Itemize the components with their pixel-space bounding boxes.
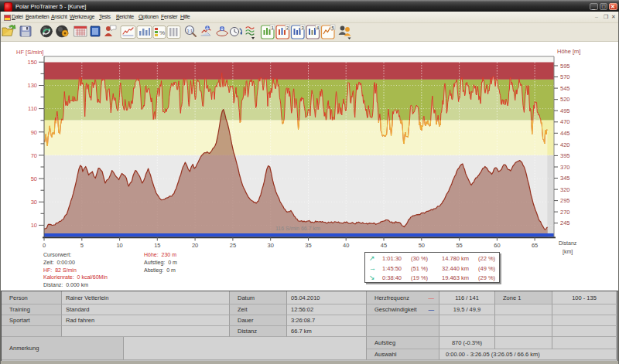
svg-text:270: 270 [560, 209, 570, 216]
svg-text:10: 10 [31, 222, 37, 229]
svg-text:595: 595 [560, 63, 570, 70]
svg-text:25: 25 [230, 242, 236, 249]
svg-text:420: 420 [560, 141, 570, 148]
svg-text:370: 370 [560, 164, 570, 171]
svg-text:55: 55 [456, 242, 462, 249]
svg-text:110: 110 [28, 105, 37, 112]
svg-text:%: % [159, 29, 165, 36]
svg-text:470: 470 [560, 118, 570, 125]
svg-text:130: 130 [27, 82, 37, 89]
svg-text:50: 50 [31, 175, 37, 182]
svg-text:395: 395 [560, 152, 570, 159]
svg-text:15: 15 [154, 242, 160, 249]
svg-text:[km]: [km] [563, 249, 573, 255]
svg-text:295: 295 [560, 197, 570, 204]
svg-text:40: 40 [343, 242, 349, 249]
svg-text:30: 30 [268, 242, 274, 249]
svg-text:0: 0 [43, 242, 46, 249]
svg-text:70: 70 [31, 152, 37, 159]
svg-text:30: 30 [31, 199, 37, 206]
svg-text:320: 320 [560, 186, 570, 193]
svg-text:245: 245 [560, 219, 570, 226]
svg-text:Distanz: Distanz [559, 240, 577, 246]
svg-text:445: 445 [560, 130, 570, 137]
svg-text:495: 495 [560, 107, 570, 114]
svg-text:60: 60 [494, 242, 500, 249]
svg-text:HF [S/min]: HF [S/min] [16, 49, 43, 56]
svg-text:570: 570 [560, 73, 570, 80]
svg-text:Höhe [m]: Höhe [m] [557, 48, 580, 55]
svg-text:90: 90 [31, 129, 37, 136]
svg-text:150: 150 [27, 59, 37, 66]
svg-text:20: 20 [192, 242, 198, 249]
svg-text:65: 65 [532, 242, 538, 249]
svg-text:116 S/min 66.7 km: 116 S/min 66.7 km [275, 226, 320, 231]
svg-text:45: 45 [381, 242, 387, 249]
svg-text:35: 35 [305, 242, 311, 249]
svg-text:345: 345 [560, 175, 570, 182]
svg-text:520: 520 [560, 96, 570, 103]
svg-text:50: 50 [419, 242, 425, 249]
svg-text:5: 5 [80, 242, 84, 249]
svg-text:10: 10 [116, 242, 122, 249]
svg-text:545: 545 [560, 85, 570, 92]
svg-text:1:1: 1:1 [187, 29, 193, 33]
